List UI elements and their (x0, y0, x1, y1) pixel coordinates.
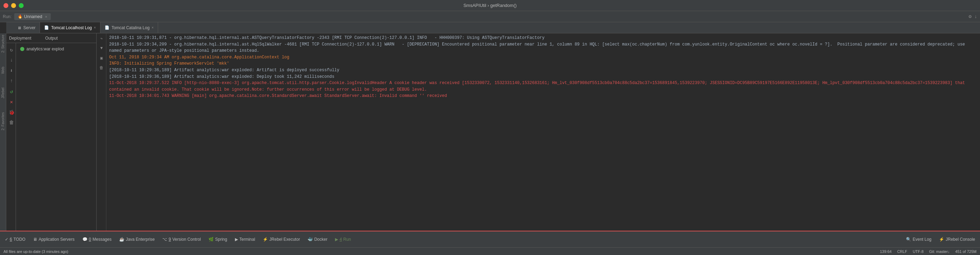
bottom-toolbar: ✓ 6 TODO 🖥 Application Servers 💬 0 Messa… (0, 231, 980, 247)
log-line-1: 2018-10-11 10:29:31,871 - org.hibernate.… (109, 35, 977, 41)
todo-label: TODO (14, 237, 25, 242)
app-servers-icon: 🖥 (33, 237, 37, 242)
left-panel: Deployment Output ↻ ↓ ⬇ ↑ ↺ ✕ 🐞 🗑 analyt… (6, 33, 97, 231)
run-tab-close[interactable]: × (45, 14, 47, 19)
download-icon[interactable]: ↓ (974, 14, 977, 19)
messages-label: Messages (92, 237, 111, 242)
log-icon-4[interactable]: 🗑 (98, 64, 105, 72)
log-icon-3[interactable]: ▣ (98, 54, 105, 62)
run-icon: ▶ (335, 237, 338, 242)
spring-button[interactable]: 🌿 Spring (205, 232, 231, 247)
terminal-button[interactable]: ▶ Terminal (231, 232, 259, 247)
terminal-label: Terminal (239, 237, 255, 242)
log-line-5: [2018-10-11 10:29:36,189] Artifact analy… (109, 67, 977, 74)
side-panel: 2: Structure Web JRebel 2: Favorites (0, 33, 6, 231)
settings-icon[interactable]: ⚙ (969, 14, 971, 19)
arrow-up-icon[interactable]: ↑ (8, 77, 15, 85)
deployment-label: Deployment (9, 36, 31, 41)
minimize-button[interactable] (11, 3, 16, 8)
server-icon: 🖥 (18, 26, 21, 30)
run-tab-icon: 🔥 (18, 14, 22, 19)
log-line-7: 11-Oct-2018 10:29:37.522 INFO [http-nio-… (109, 80, 977, 93)
deployment-item[interactable]: analytics:war explod (18, 45, 95, 54)
side-tab-favorites[interactable]: 2: Favorites (1, 112, 5, 130)
event-log-button[interactable]: 🔍 Event Log (902, 232, 935, 247)
spring-label: Spring (215, 237, 227, 242)
docker-icon: 🐳 (307, 237, 313, 242)
side-tab-structure[interactable]: 2: Structure (1, 35, 5, 53)
run-bar: Run: 🔥 Unnamed × ⚙ ↓ (0, 11, 980, 22)
deployment-area: ↻ ↓ ⬇ ↑ ↺ ✕ 🐞 🗑 analytics:war explod (6, 43, 96, 231)
tab-tomcat-catalina-label: Tomcat Catalina Log (111, 26, 150, 30)
log-line-3: Oct 11, 2018 10:29:34 AM org.apache.cata… (109, 54, 977, 61)
stop-icon[interactable]: ✕ (8, 98, 15, 105)
log-icon-2[interactable]: ▼ (98, 45, 105, 52)
run-tab-unnamed[interactable]: 🔥 Unnamed × (14, 13, 50, 20)
tab-server[interactable]: 🖥 Server (13, 22, 40, 33)
cursor-position: 139:64 (880, 249, 892, 253)
log-line-6: [2018-10-11 10:29:36,189] Artifact analy… (109, 74, 977, 80)
tabs-bar: 🖥 Server 📄 Tomcat Localhost Log × 📄 Tomc… (6, 22, 980, 33)
messages-num: 0 (89, 237, 91, 242)
docker-button[interactable]: 🐳 Docker (304, 232, 331, 247)
tomcat-localhost-icon: 📄 (44, 26, 49, 30)
vcs-num: 9 (169, 237, 171, 242)
close-button[interactable] (3, 3, 8, 8)
run-tab-label: Unnamed (24, 14, 42, 19)
action-icons: ↻ ↓ ⬇ ↑ ↺ ✕ 🐞 🗑 (6, 43, 16, 231)
tomcat-catalina-icon: 📄 (105, 26, 110, 30)
delete-icon[interactable]: 🗑 (8, 119, 15, 126)
docker-label: Docker (314, 237, 327, 242)
terminal-icon: ▶ (235, 237, 238, 242)
log-icon-1[interactable]: ↷ (98, 35, 105, 42)
debug-icon[interactable]: 🐞 (8, 108, 15, 116)
tab-tomcat-catalina[interactable]: 📄 Tomcat Catalina Log × (100, 22, 158, 33)
window-controls (3, 3, 24, 8)
todo-button[interactable]: ✓ 6 TODO (2, 232, 29, 247)
run-btn-label: Run (344, 237, 351, 242)
log-sidebar: ↷ ▼ ▣ 🗑 (97, 33, 107, 231)
app-servers-label: Application Servers (38, 237, 74, 242)
run-button[interactable]: ▶ 4 Run (331, 232, 355, 247)
jrebel-console-icon: ⚡ (939, 237, 944, 242)
jrebel-console-button[interactable]: ⚡ JRebel Console (935, 232, 978, 247)
tab-tomcat-localhost-label: Tomcat Localhost Log (51, 26, 92, 30)
status-indicator (20, 47, 24, 51)
line-ending: CRLF (897, 249, 907, 253)
refresh-icon[interactable]: ↻ (8, 46, 15, 54)
deploy-icon[interactable]: ⬇ (8, 67, 15, 74)
deployment-list: analytics:war explod (16, 43, 96, 231)
output-label: Output (45, 36, 58, 41)
vcs-label: Version Control (172, 237, 201, 242)
log-line-2: 2018-10-11 10:29:34,209 - org.hibernate.… (109, 41, 977, 54)
log-line-8: 11-Oct-2018 10:34:01.743 WARNING [main] … (109, 93, 977, 99)
java-icon: ☕ (119, 237, 124, 242)
side-tab-jrebel[interactable]: JRebel (1, 88, 5, 98)
version-control-button[interactable]: ⌥ 9 Version Control (159, 232, 204, 247)
git-branch: Git: master↓ (929, 249, 950, 253)
tab-tomcat-catalina-close[interactable]: × (151, 26, 154, 30)
status-bar-right: 139:64 CRLF UTF-8 Git: master↓ 451 of 72… (880, 249, 977, 253)
jrebel-executor-label: JRebel Executor (269, 237, 300, 242)
event-log-label: Event Log (913, 237, 931, 242)
vcs-icon: ⌥ (162, 237, 167, 242)
panel-header: Deployment Output (6, 33, 96, 43)
title-bar: SmsAPIUtil › getRandom() (0, 0, 980, 11)
sync-icon[interactable]: ↺ (8, 88, 15, 95)
jrebel-executor-button[interactable]: ⚡ JRebel Executor (259, 232, 303, 247)
tab-tomcat-localhost-close[interactable]: × (94, 26, 96, 30)
java-label: Java Enterprise (126, 237, 154, 242)
tab-server-label: Server (23, 26, 35, 30)
spring-icon: 🌿 (208, 237, 214, 242)
run-label: Run: (3, 14, 11, 19)
maximize-button[interactable] (19, 3, 24, 8)
side-tab-web[interactable]: Web (1, 67, 5, 74)
tab-tomcat-localhost[interactable]: 📄 Tomcat Localhost Log × (40, 22, 100, 33)
arrow-down-icon[interactable]: ↓ (8, 56, 15, 64)
main-area: Deployment Output ↻ ↓ ⬇ ↑ ↺ ✕ 🐞 🗑 analyt… (6, 33, 980, 231)
app-servers-button[interactable]: 🖥 Application Servers (30, 232, 78, 247)
messages-button[interactable]: 💬 0 Messages (79, 232, 115, 247)
todo-num: 6 (10, 237, 12, 242)
status-bar: All files are up-to-date (3 minutes ago)… (0, 247, 980, 255)
java-enterprise-button[interactable]: ☕ Java Enterprise (116, 232, 158, 247)
